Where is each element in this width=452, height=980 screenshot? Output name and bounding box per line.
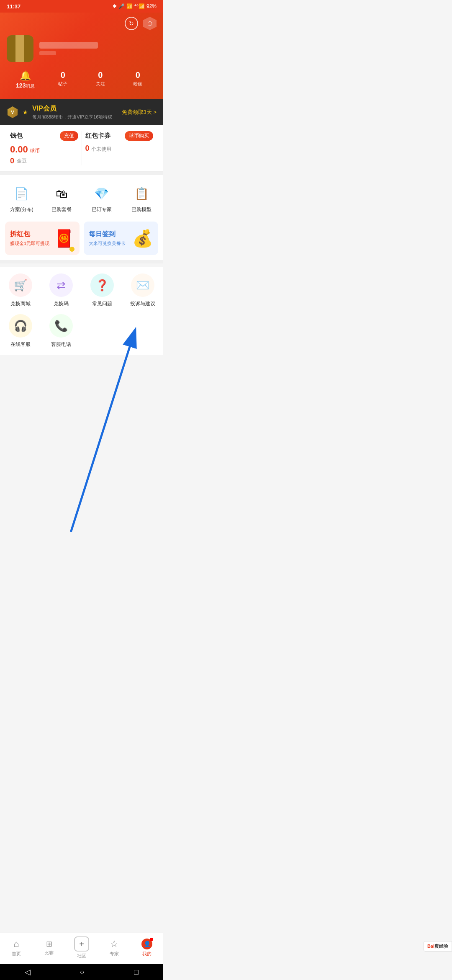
expert-icon: 💎 <box>92 183 112 204</box>
profile-header: ↻ ⬡ 🔔 123消息 0 <box>0 13 163 99</box>
profile-info <box>39 42 157 55</box>
vip-cta-text: 免费领取3天 > <box>122 108 157 116</box>
stats-row: 🔔 123消息 0 帖子 0 关注 0 粉丝 <box>7 70 157 89</box>
service-exchange-code[interactable]: ⇄ 兑换码 <box>44 273 79 307</box>
coupon-title: 红包卡券 <box>85 132 110 140</box>
package-icon: 🛍 <box>51 183 72 204</box>
refresh-icon: ↻ <box>129 20 134 27</box>
wallet-right: 红包卡券 球币购买 0 个未使用 <box>82 131 157 165</box>
service-phone-cs[interactable]: 📞 客服电话 <box>44 314 79 348</box>
wallet-jd-num: 0 <box>10 157 14 165</box>
stat-posts-num: 0 <box>44 70 82 80</box>
exchange-mall-icon: 🛒 <box>9 273 32 297</box>
vip-title: VIP会员 <box>32 104 112 113</box>
wallet-jd-label: 金豆 <box>17 157 27 165</box>
wallet-amount-unit: 球币 <box>30 147 40 155</box>
complaint-label: 投诉与建议 <box>130 300 155 307</box>
signin-sub: 大米可兑换美餐卡 <box>89 240 126 247</box>
menu-label-model: 已购模型 <box>131 206 152 213</box>
redpacket-text: 拆红包 赚现金1元即可提现 <box>10 230 49 247</box>
model-icon: 📋 <box>131 183 152 204</box>
exchange-mall-label: 兑换商城 <box>10 300 31 307</box>
vip-cta[interactable]: 免费领取3天 > <box>122 108 157 116</box>
wallet-left: 钱包 充值 0.00 球币 0 金豆 <box>7 131 82 165</box>
menu-item-expert[interactable]: 💎 已订专家 <box>83 182 120 215</box>
settings-icon: ⬡ <box>147 20 152 27</box>
menu-label-expert: 已订专家 <box>92 206 112 213</box>
signin-text: 每日签到 大米可兑换美餐卡 <box>89 230 126 247</box>
menu-item-package[interactable]: 🛍 已购套餐 <box>44 182 80 215</box>
service-exchange-mall[interactable]: 🛒 兑换商城 <box>3 273 38 307</box>
coupon-title-row: 红包卡券 球币购买 <box>85 131 154 141</box>
stat-fans-label: 粉丝 <box>119 81 157 87</box>
stat-messages-label: 123消息 <box>7 82 44 89</box>
phone-cs-icon: 📞 <box>49 314 73 338</box>
settings-button[interactable]: ⬡ <box>143 17 157 30</box>
promo-row: 拆红包 赚现金1元即可提现 🧧 每日签到 大米可兑换美餐卡 💰 <box>0 222 163 260</box>
status-bar: 11:37 ✱ 🎤 📶 ⁴⁶📶 92% <box>0 0 163 13</box>
vip-left: V ★ VIP会员 每月省888球币，开通VIP立享16项特权 <box>7 104 112 120</box>
stat-following-num: 0 <box>82 70 119 80</box>
plan-icon: 📄 <box>12 183 32 204</box>
battery-level: 92% <box>146 3 157 9</box>
section-divider-1 <box>0 172 163 175</box>
signal-icon: ⁴⁶📶 <box>134 3 145 9</box>
wallet-title: 钱包 <box>10 132 23 140</box>
service-section: 🛒 兑换商城 ⇄ 兑换码 ❓ 常见问题 ✉️ 投诉与建议 <box>0 267 163 355</box>
phone-cs-label: 客服电话 <box>51 341 71 348</box>
profile-name-blurred <box>39 42 98 49</box>
promo-card-redpacket[interactable]: 拆红包 赚现金1元即可提现 🧧 <box>5 222 80 255</box>
vip-info: VIP会员 每月省888球币，开通VIP立享16项特权 <box>32 104 112 120</box>
online-cs-icon: 🎧 <box>9 314 32 338</box>
redpacket-sub: 赚现金1元即可提现 <box>10 240 49 247</box>
exchange-code-icon: ⇄ <box>49 273 73 297</box>
complaint-icon: ✉️ <box>131 273 154 297</box>
stat-fans[interactable]: 0 粉丝 <box>119 70 157 89</box>
service-online-cs[interactable]: 🎧 在线客服 <box>3 314 38 348</box>
wallet-amount: 0.00 球币 <box>10 144 78 155</box>
service-faq[interactable]: ❓ 常见问题 <box>85 273 119 307</box>
vip-star-icon: ★ <box>23 109 28 116</box>
charge-button[interactable]: 充值 <box>60 131 78 141</box>
menu-item-model[interactable]: 📋 已购模型 <box>123 182 160 215</box>
stat-posts[interactable]: 0 帖子 <box>44 70 82 89</box>
vip-badge-icon: V <box>7 106 18 118</box>
bluetooth-icon: ✱ <box>113 3 117 9</box>
wifi-icon: 📶 <box>126 3 133 9</box>
stat-following[interactable]: 0 关注 <box>82 70 119 89</box>
redpacket-title: 拆红包 <box>10 230 49 239</box>
coupon-amount: 0 个未使用 <box>85 144 154 153</box>
faq-icon: ❓ <box>90 273 114 297</box>
status-icons: ✱ 🎤 📶 ⁴⁶📶 92% <box>113 3 157 9</box>
avatar[interactable] <box>7 35 33 62</box>
exchange-code-label: 兑换码 <box>54 300 69 307</box>
buy-button[interactable]: 球币购买 <box>125 131 153 141</box>
menu-label-plan: 方案(分布) <box>10 206 33 213</box>
menu-item-plan[interactable]: 📄 方案(分布) <box>3 182 40 215</box>
menu-grid: 📄 方案(分布) 🛍 已购套餐 💎 已订专家 📋 已购模型 <box>0 175 163 222</box>
status-time: 11:37 <box>7 3 21 10</box>
redpacket-icon: 🧧 <box>54 229 74 248</box>
signin-icon: 💰 <box>132 229 153 248</box>
faq-label: 常见问题 <box>92 300 112 307</box>
wallet-amount-value: 0.00 <box>10 144 28 155</box>
profile-sub-blurred <box>39 51 56 55</box>
signin-title: 每日签到 <box>89 230 126 239</box>
coupon-label: 个未使用 <box>91 146 111 153</box>
menu-label-package: 已购套餐 <box>51 206 72 213</box>
refresh-button[interactable]: ↻ <box>125 17 138 30</box>
wallet-section: 钱包 充值 0.00 球币 0 金豆 红包卡券 球币购买 0 个未使用 <box>0 125 163 172</box>
vip-banner[interactable]: V ★ VIP会员 每月省888球币，开通VIP立享16项特权 免费领取3天 > <box>0 99 163 125</box>
stat-following-label: 关注 <box>82 81 119 87</box>
service-complaint[interactable]: ✉️ 投诉与建议 <box>126 273 160 307</box>
stat-posts-label: 帖子 <box>44 81 82 87</box>
section-divider-2 <box>0 260 163 263</box>
stat-messages[interactable]: 🔔 123消息 <box>7 70 44 89</box>
promo-card-signin[interactable]: 每日签到 大米可兑换美餐卡 💰 <box>84 222 158 255</box>
vip-sub: 每月省888球币，开通VIP立享16项特权 <box>32 114 112 120</box>
avatar-image <box>7 35 33 62</box>
service-grid: 🛒 兑换商城 ⇄ 兑换码 ❓ 常见问题 ✉️ 投诉与建议 <box>3 273 160 348</box>
wallet-title-row: 钱包 充值 <box>10 131 78 141</box>
mic-icon: 🎤 <box>118 3 125 9</box>
profile-row <box>7 35 157 62</box>
